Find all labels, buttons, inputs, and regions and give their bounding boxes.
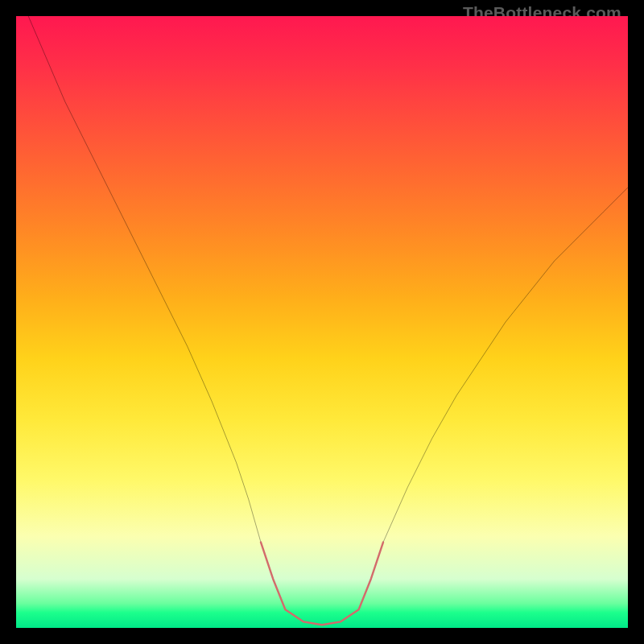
bottleneck-curve	[28, 16, 628, 625]
flat-bottom-highlight	[261, 543, 383, 625]
curve-layer	[16, 16, 628, 628]
plot-area	[16, 16, 628, 628]
chart-frame: TheBottleneck.com	[0, 0, 644, 644]
